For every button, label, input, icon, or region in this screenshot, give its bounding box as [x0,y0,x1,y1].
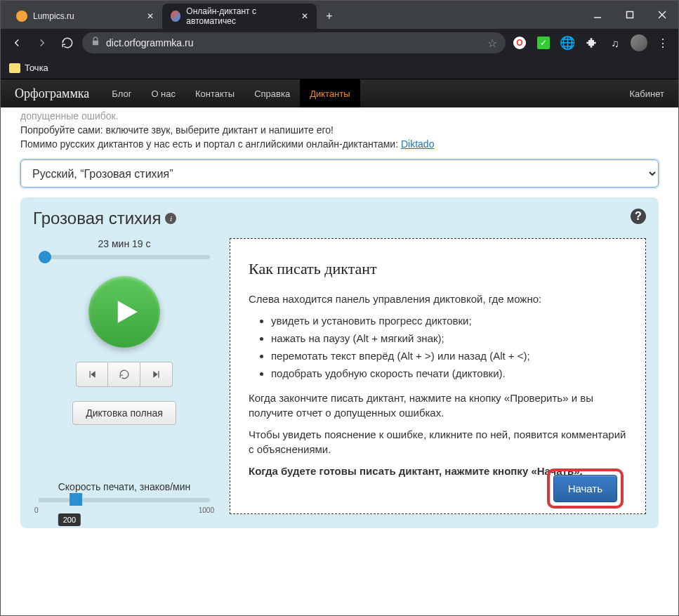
folder-icon [9,63,20,73]
extension-music-icon[interactable]: ♫ [605,33,625,53]
howto-p2: Когда закончите писать диктант, нажмите … [249,391,627,420]
app-navbar: Орфограммка Блог О нас Контакты Справка … [1,79,678,107]
dictation-card: Грозовая стихия i ? 23 мин 19 с Диктовка… [20,197,659,528]
nav-help[interactable]: Справка [244,79,300,107]
player-panel: 23 мин 19 с Диктовка полная Скорость печ… [33,238,216,514]
duration-label: 23 мин 19 с [33,238,216,249]
back-button[interactable] [6,32,27,53]
page-content: допущенные ошибок. Попробуйте сами: вклю… [1,107,678,616]
extension-globe-icon[interactable]: 🌐 [558,33,577,53]
tab-1-title: Lumpics.ru [33,11,74,21]
favicon-1 [16,11,27,22]
bookmarks-bar: Точка [1,57,678,79]
intro-line-2: Помимо русских диктантов у нас есть и по… [20,138,659,150]
speed-value-tooltip: 200 [58,513,81,526]
skip-back-button[interactable] [76,362,108,387]
full-dictation-button[interactable]: Диктовка полная [72,401,176,425]
close-tab-1-icon[interactable]: ✕ [147,11,154,21]
howto-title: Как писать диктант [249,258,627,280]
howto-p3: Чтобы увидеть пояснение к ошибке, кликни… [249,427,627,457]
start-highlight-ring: Начать [547,468,624,509]
new-tab-button[interactable]: + [319,6,339,26]
skip-forward-button[interactable] [140,362,173,387]
howto-p1: Слева находится панель управления диктов… [249,291,627,306]
extensions-menu-icon[interactable] [581,33,601,53]
url-text: dict.orfogrammka.ru [106,37,482,48]
window-minimize-button[interactable] [581,1,614,29]
window-maximize-button[interactable] [614,1,646,29]
nav-contacts[interactable]: Контакты [185,79,244,107]
app-logo[interactable]: Орфограммка [15,86,89,101]
extension-opera-icon[interactable]: O [510,33,529,53]
window-close-button[interactable] [646,1,678,29]
info-icon[interactable]: i [165,213,176,224]
profile-avatar[interactable] [629,33,649,53]
help-icon[interactable]: ? [631,209,646,224]
speed-handle[interactable] [70,493,82,506]
nav-dictations[interactable]: Диктанты [300,79,360,107]
svg-rect-1 [627,12,633,18]
repeat-icon [119,369,129,379]
nav-cabinet[interactable]: Кабинет [630,89,664,99]
lock-icon [91,37,100,49]
browser-toolbar: dict.orfogrammka.ru ☆ O ✓ 🌐 ♫ ⋮ [1,29,678,57]
skip-forward-icon [152,369,161,379]
progress-slider[interactable] [39,255,210,259]
browser-menu-button[interactable]: ⋮ [653,33,673,53]
extension-check-icon[interactable]: ✓ [534,33,553,53]
speed-min: 0 [34,506,39,514]
close-tab-2-icon[interactable]: ✕ [301,11,308,21]
star-icon[interactable]: ☆ [487,37,497,50]
howto-li3: перемотать текст вперёд (Alt + >) или на… [271,348,627,363]
play-icon [112,297,141,327]
dictation-select[interactable]: Русский, “Грозовая стихия” [20,159,659,188]
howto-li1: увидеть и установить прогресс диктовки; [271,313,627,328]
address-bar[interactable]: dict.orfogrammka.ru ☆ [82,32,506,53]
repeat-button[interactable] [108,362,140,387]
nav-blog[interactable]: Блог [102,79,141,107]
intro-line-1: Попробуйте сами: включите звук, выберите… [20,124,659,136]
browser-tab-1[interactable]: Lumpics.ru ✕ [8,4,162,29]
progress-handle[interactable] [39,251,51,263]
intro-2-text: Помимо русских диктантов у нас есть и по… [20,138,401,150]
play-button[interactable] [88,276,160,348]
tab-2-title: Онлайн-диктант с автоматичес [186,6,296,26]
speed-max: 1000 [199,506,214,514]
diktado-link[interactable]: Diktado [401,138,434,150]
bookmark-item[interactable]: Точка [25,63,48,73]
howto-li2: нажать на паузу (Alt + мягкий знак); [271,331,627,346]
nav-about[interactable]: О нас [141,79,185,107]
skip-back-icon [87,369,97,379]
reload-button[interactable] [57,32,78,53]
browser-tab-2[interactable]: Онлайн-диктант с автоматичес ✕ [162,4,317,29]
card-title: Грозовая стихия [33,209,161,228]
speed-label: Скорость печати, знаков/мин [33,481,216,492]
forward-button[interactable] [32,32,53,53]
favicon-2 [171,11,180,22]
cut-text: допущенные ошибок. [20,110,659,122]
start-button[interactable]: Начать [553,475,617,502]
speed-slider[interactable]: 200 [39,498,210,502]
window-titlebar: Lumpics.ru ✕ Онлайн-диктант с автоматиче… [1,1,678,29]
howto-li4: подобрать удобную скорость печати (дикто… [271,366,627,381]
